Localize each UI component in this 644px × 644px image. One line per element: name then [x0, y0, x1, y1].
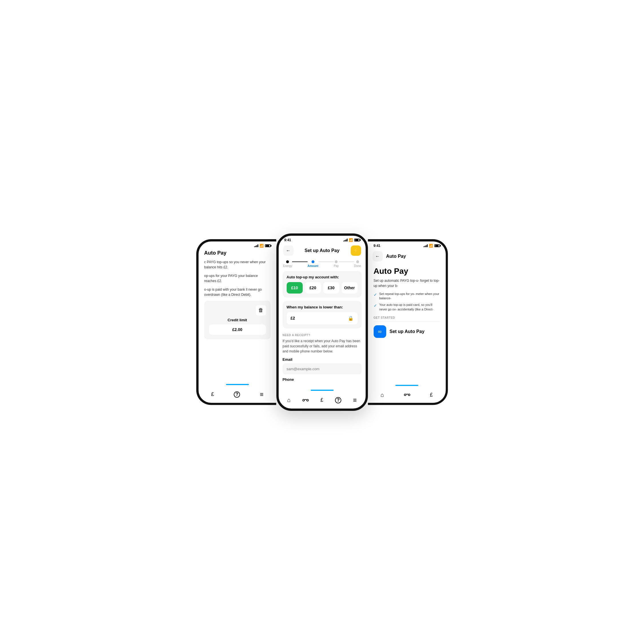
setup-btn-label: Set up Auto Pay [390, 329, 425, 334]
left-desc-1: c PAYG top-ups so you never when your ba… [204, 259, 271, 270]
check-item-1: ✓ Set repeat top-ups for yo- meter when … [374, 292, 440, 301]
step-dot-amount [312, 260, 314, 263]
email-input[interactable] [283, 363, 362, 374]
credit-value: £2.00 [209, 324, 266, 335]
check-icon-2: ✓ [374, 303, 377, 309]
amount-btn-30[interactable]: £30 [323, 282, 339, 294]
right-page-title: Auto Pay [386, 254, 406, 259]
left-phone: 📶 Auto Pay c PAYG top-ups so you never w… [196, 239, 276, 405]
balance-card: When my balance is lower than: £2 🔒 [283, 301, 362, 328]
amount-card-title: Auto top-up my account with: [287, 275, 358, 279]
progress-steps: Energy Amount Pay Done [279, 258, 366, 271]
nav-menu-center[interactable]: ≡ [353, 397, 357, 404]
center-header: ← Set up Auto Pay ⚡ [279, 243, 366, 258]
right-status-bar: 9:41 📶 [368, 241, 446, 249]
balance-value: £2 [291, 316, 295, 320]
left-desc-3: o-up is paid with your bank ll never go … [204, 287, 271, 297]
amount-btn-20[interactable]: £20 [305, 282, 321, 294]
step-done: Done [354, 260, 361, 267]
step-dot-done [356, 260, 359, 263]
right-wifi-icon: 📶 [429, 244, 433, 248]
step-energy: Energy [283, 260, 292, 267]
center-battery-icon [354, 239, 360, 241]
email-group: Email [283, 357, 362, 374]
step-label-done: Done [354, 264, 361, 267]
right-header: ← Auto Pay [368, 249, 446, 264]
right-main-title: Auto Pay [374, 267, 440, 276]
balance-input-row: £2 🔒 [287, 312, 358, 324]
check-text-1: Set repeat top-ups for yo- meter when yo… [379, 292, 440, 301]
step-line-1 [292, 261, 308, 262]
phone-label: Phone [283, 377, 362, 382]
email-label: Email [283, 357, 362, 362]
center-time: 9:41 [284, 238, 291, 242]
center-wifi-icon: 📶 [349, 238, 353, 242]
nav-payment-left[interactable]: £ [211, 391, 214, 397]
check-icon-1: ✓ [374, 292, 377, 298]
step-line-3 [339, 261, 354, 262]
balance-card-title: When my balance is lower than: [287, 305, 358, 309]
infinity-icon: ∞ [374, 325, 386, 338]
back-button[interactable]: ← [283, 245, 294, 256]
receipt-desc: If you'd like a receipt when your Auto P… [283, 338, 362, 354]
nav-home-center[interactable]: ⌂ [287, 397, 291, 403]
center-signal-icon [343, 239, 348, 241]
center-status-bar: 9:41 📶 [279, 236, 366, 243]
get-started-label: GET STARTED [374, 316, 440, 319]
svg-point-3 [408, 394, 410, 396]
check-item-2: ✓ Your auto top-up is paid card, so you'… [374, 303, 440, 312]
right-description: Set up automatic PAYG top-u- forget to t… [374, 278, 440, 288]
amount-btn-10[interactable]: £10 [287, 282, 303, 294]
home-indicator-left [226, 384, 249, 385]
right-phone: 9:41 📶 ← Auto Pay Auto Pay [368, 239, 448, 405]
step-pay: Pay [334, 260, 339, 267]
step-label-energy: Energy [283, 264, 292, 267]
lightning-button[interactable]: ⚡ [351, 245, 361, 256]
nav-route-center[interactable] [302, 397, 309, 403]
right-back-button[interactable]: ← [372, 251, 383, 261]
left-desc-2: op-ups for your PAYG your balance reache… [204, 273, 271, 284]
trash-icon[interactable]: 🗑 [256, 305, 266, 316]
step-dot-energy [286, 260, 289, 263]
receipt-label: NEED A RECEIPT? [283, 334, 362, 337]
step-line-2 [318, 261, 334, 262]
phone-group: Phone [283, 377, 362, 382]
nav-help-left[interactable]: ? [234, 391, 240, 398]
battery-icon [265, 244, 271, 247]
nav-payment-center[interactable]: £ [320, 397, 323, 403]
nav-menu-left[interactable]: ≡ [260, 391, 263, 398]
left-bottom-nav: £ ? ≡ [199, 387, 276, 403]
step-label-pay: Pay [334, 264, 339, 267]
center-phone: 9:41 📶 ← Set up Auto Pay ⚡ [276, 233, 368, 411]
right-battery-icon [434, 244, 440, 247]
check-text-2: Your auto top-up is paid card, so you'll… [379, 303, 440, 312]
signal-icon [254, 244, 258, 247]
right-signal-icon [423, 244, 428, 247]
lock-icon: 🔒 [348, 316, 354, 321]
step-label-amount: Amount [308, 264, 318, 267]
home-indicator-right [395, 385, 418, 386]
svg-point-2 [404, 394, 406, 396]
receipt-section: NEED A RECEIPT? If you'd like a receipt … [279, 332, 366, 387]
route-icon [302, 397, 309, 403]
left-page-title: Auto Pay [199, 249, 276, 257]
home-indicator-center [311, 390, 334, 391]
nav-payment-right[interactable]: £ [430, 392, 433, 398]
nav-home-right[interactable]: ⌂ [381, 392, 384, 398]
svg-point-1 [307, 399, 308, 401]
amount-btn-other[interactable]: Other [342, 282, 358, 294]
center-bottom-nav: ⌂ £ ? ≡ [279, 393, 366, 409]
left-status-bar: 📶 [199, 241, 276, 249]
right-time: 9:41 [374, 244, 381, 248]
step-amount: Amount [308, 260, 318, 267]
amount-options: £10 £20 £30 Other [287, 282, 358, 294]
credit-section: 🗑 Credit limit £2.00 [204, 301, 271, 339]
nav-route-right[interactable] [404, 392, 410, 398]
divider [374, 322, 440, 322]
svg-point-0 [303, 399, 304, 401]
step-dot-pay [335, 260, 338, 263]
credit-label: Credit limit [209, 318, 266, 322]
nav-help-center[interactable]: ? [335, 397, 341, 403]
setup-auto-pay-button[interactable]: ∞ Set up Auto Pay [374, 325, 440, 338]
wifi-icon: 📶 [259, 244, 264, 248]
